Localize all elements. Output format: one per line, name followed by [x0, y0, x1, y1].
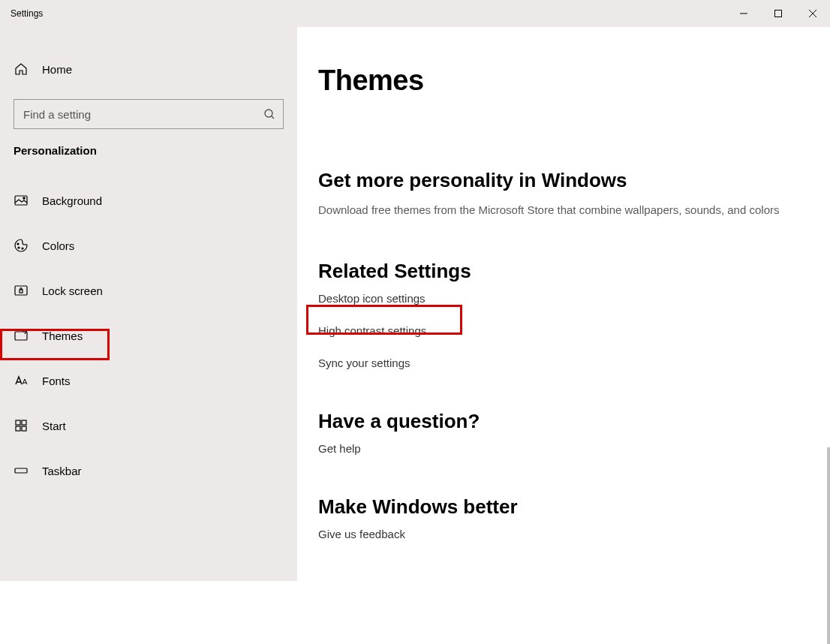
- sidebar: Home Personalization Background: [0, 27, 297, 581]
- colors-icon: [14, 238, 29, 253]
- minimize-icon: [740, 10, 747, 17]
- svg-point-4: [17, 243, 19, 245]
- themes-icon: [14, 328, 29, 343]
- maximize-button[interactable]: [761, 0, 795, 27]
- nav-label: Background: [42, 194, 102, 207]
- section-personality: Get more personality in Windows Download…: [318, 169, 809, 219]
- svg-rect-10: [16, 420, 20, 425]
- window-controls: [726, 0, 830, 27]
- link-high-contrast-settings[interactable]: High contrast settings: [318, 324, 809, 337]
- minimize-button[interactable]: [726, 0, 761, 27]
- nav-fonts[interactable]: Fonts: [0, 364, 297, 397]
- nav-start[interactable]: Start: [0, 409, 297, 442]
- window-title: Settings: [0, 8, 43, 19]
- svg-rect-8: [20, 290, 23, 293]
- page-title: Themes: [318, 65, 809, 97]
- section-heading: Have a question?: [318, 410, 809, 433]
- lock-screen-icon: [14, 283, 29, 298]
- side-nav: Background Colors Lock screen Themes: [0, 184, 297, 487]
- link-desktop-icon-settings[interactable]: Desktop icon settings: [318, 292, 809, 305]
- svg-rect-7: [15, 286, 27, 295]
- svg-rect-14: [15, 468, 27, 473]
- scrollbar-thumb[interactable]: [827, 447, 830, 644]
- section-body: Download free themes from the Microsoft …: [318, 201, 798, 219]
- svg-rect-11: [22, 420, 26, 425]
- nav-label: Themes: [42, 330, 83, 342]
- svg-point-6: [22, 248, 23, 249]
- maximize-icon: [774, 10, 782, 17]
- section-question: Have a question? Get help: [318, 410, 809, 455]
- search-input[interactable]: [14, 108, 256, 121]
- category-label: Personalization: [0, 144, 297, 157]
- taskbar-icon: [14, 463, 29, 478]
- section-related: Related Settings Desktop icon settings H…: [318, 260, 809, 369]
- svg-point-5: [18, 247, 20, 248]
- titlebar: Settings: [0, 0, 830, 27]
- fonts-icon: [14, 373, 29, 388]
- background-icon: [14, 193, 29, 208]
- svg-rect-0: [775, 11, 782, 17]
- nav-label: Colors: [42, 239, 74, 252]
- nav-label: Taskbar: [42, 465, 82, 477]
- svg-rect-13: [22, 426, 26, 431]
- main-content: Themes Get more personality in Windows D…: [297, 27, 830, 581]
- section-better: Make Windows better Give us feedback: [318, 495, 809, 540]
- search-box[interactable]: [14, 99, 284, 129]
- nav-label: Fonts: [42, 375, 71, 387]
- link-get-help[interactable]: Get help: [318, 442, 809, 455]
- nav-home-label: Home: [42, 63, 72, 76]
- link-sync-your-settings[interactable]: Sync your settings: [318, 357, 809, 369]
- nav-label: Start: [42, 420, 66, 432]
- nav-label: Lock screen: [42, 284, 103, 297]
- svg-rect-12: [16, 426, 20, 431]
- nav-background[interactable]: Background: [0, 184, 297, 217]
- close-button[interactable]: [795, 0, 830, 27]
- nav-themes[interactable]: Themes: [0, 319, 297, 352]
- link-give-feedback[interactable]: Give us feedback: [318, 528, 809, 540]
- nav-colors[interactable]: Colors: [0, 229, 297, 262]
- svg-point-3: [23, 197, 25, 199]
- section-heading: Related Settings: [318, 260, 809, 283]
- search-icon: [256, 108, 283, 120]
- section-heading: Get more personality in Windows: [318, 169, 809, 192]
- svg-rect-2: [15, 196, 27, 205]
- home-icon: [14, 62, 29, 77]
- nav-taskbar[interactable]: Taskbar: [0, 454, 297, 487]
- start-icon: [14, 418, 29, 433]
- close-icon: [809, 10, 816, 17]
- nav-lock-screen[interactable]: Lock screen: [0, 274, 297, 307]
- section-heading: Make Windows better: [318, 495, 809, 519]
- nav-home[interactable]: Home: [0, 53, 297, 86]
